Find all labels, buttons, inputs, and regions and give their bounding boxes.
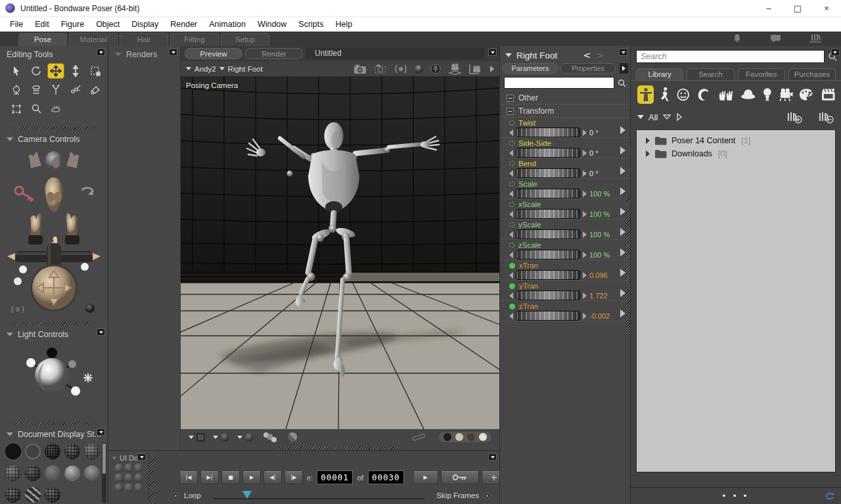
notifications-bell-icon[interactable]: [732, 33, 742, 43]
select-tool[interactable]: [8, 63, 25, 79]
keyframe-indicator-icon[interactable]: [509, 141, 514, 146]
style-texture-shaded[interactable]: [84, 465, 100, 481]
group-other[interactable]: Other: [500, 91, 630, 104]
dial-decrement[interactable]: [509, 272, 513, 279]
dial-decrement[interactable]: [509, 170, 513, 177]
parameter-dial[interactable]: [516, 189, 580, 198]
dial-increment[interactable]: [583, 191, 587, 197]
ui-dot[interactable]: [114, 473, 124, 482]
aux-camera-icon[interactable]: [468, 63, 484, 75]
dial-increment[interactable]: [583, 272, 587, 279]
collapse-triangle-icon[interactable]: [637, 115, 644, 119]
category-expressions-icon[interactable]: [676, 87, 691, 102]
style-sketch[interactable]: [25, 487, 41, 503]
ui-dot[interactable]: [134, 483, 143, 492]
dial-decrement[interactable]: [509, 129, 513, 136]
parameter-dial[interactable]: [516, 270, 580, 280]
library-search-input[interactable]: [636, 50, 825, 63]
collapse-triangle-icon[interactable]: [115, 53, 122, 57]
last-frame-button[interactable]: ▶|: [200, 471, 219, 484]
direct-manipulation-tool[interactable]: [47, 101, 64, 117]
parameter-dial[interactable]: [516, 148, 580, 158]
dial-increment[interactable]: [583, 252, 587, 258]
menu-object[interactable]: Object: [90, 17, 125, 32]
parameter-dial[interactable]: [516, 209, 580, 219]
background-color-swatch[interactable]: [455, 433, 463, 441]
keyframe-indicator-icon[interactable]: [509, 120, 514, 126]
panel-menu-button[interactable]: [137, 453, 146, 461]
category-materials-icon[interactable]: [799, 87, 814, 102]
next-actor-button[interactable]: >: [596, 50, 604, 60]
dial-decrement[interactable]: [509, 231, 513, 238]
panel-menu-button[interactable]: [169, 49, 177, 56]
tabs-flyout-button[interactable]: [620, 63, 628, 74]
collapse-triangle-icon[interactable]: [505, 53, 512, 57]
shadow-color-swatch[interactable]: [467, 433, 475, 441]
current-frame-field[interactable]: 00001: [317, 470, 353, 484]
collapse-triangle-icon[interactable]: [7, 432, 13, 436]
style-smooth-shaded[interactable]: [45, 465, 60, 481]
depth-cue-icon[interactable]: [286, 431, 298, 443]
actor-selector[interactable]: Right Foot: [219, 65, 263, 73]
rotate-gizmo-tool[interactable]: [8, 82, 25, 98]
style-wireframe[interactable]: [45, 444, 60, 459]
dial-increment[interactable]: [583, 170, 587, 177]
translate-in-out-tool[interactable]: [67, 63, 84, 79]
ui-dot[interactable]: [124, 463, 133, 472]
dial-value[interactable]: 100 %: [589, 210, 620, 218]
parameter-dial[interactable]: [516, 168, 580, 178]
category-hands-icon[interactable]: [717, 87, 734, 102]
style-silhouette[interactable]: [5, 444, 21, 459]
scale-tool[interactable]: [87, 63, 104, 79]
trackball-icon[interactable]: [414, 64, 424, 74]
filter-all-label[interactable]: All: [648, 112, 658, 122]
dial-options-arrow[interactable]: [620, 126, 625, 134]
parameter-dial[interactable]: [516, 290, 580, 300]
dial-options-arrow[interactable]: [620, 309, 625, 317]
loop-radio[interactable]: [173, 493, 179, 499]
tab-library[interactable]: Library: [636, 68, 683, 80]
panel-menu-button[interactable]: [488, 453, 497, 461]
advance-button[interactable]: ▶: [413, 471, 438, 484]
figure-style-dropdown[interactable]: [213, 433, 229, 442]
style-cartoon[interactable]: [5, 487, 21, 503]
viewport-resize-grip[interactable]: [278, 446, 403, 449]
dial-increment[interactable]: [583, 211, 587, 218]
menu-figure[interactable]: Figure: [55, 17, 90, 32]
tab-setup[interactable]: Setup: [221, 33, 269, 46]
face-camera-icon[interactable]: [430, 64, 441, 74]
dial-value[interactable]: 0.096: [589, 271, 620, 279]
parameter-dial[interactable]: [516, 229, 580, 239]
tab-properties[interactable]: Properties: [560, 63, 616, 74]
foreground-color-swatch[interactable]: [443, 433, 451, 441]
dial-value[interactable]: 100 %: [589, 251, 620, 259]
ui-dot[interactable]: [134, 473, 143, 482]
more-cameras-arrow[interactable]: [490, 66, 494, 72]
camera-controls-cluster[interactable]: ( o ): [5, 147, 103, 313]
expand-triangle-icon[interactable]: [646, 150, 650, 157]
dial-options-arrow[interactable]: [620, 208, 625, 216]
step-back-button[interactable]: ◀|: [263, 471, 282, 484]
chat-icon[interactable]: [770, 34, 781, 43]
collapse-box-icon[interactable]: [507, 108, 514, 115]
tab-render[interactable]: Render: [245, 48, 303, 59]
category-lights-icon[interactable]: [763, 87, 772, 102]
keyframe-indicator-icon[interactable]: [509, 242, 514, 248]
dial-value[interactable]: 0 °: [589, 129, 620, 137]
display-styles-scrollbar[interactable]: [102, 443, 106, 503]
dial-decrement[interactable]: [509, 252, 513, 258]
menu-file[interactable]: File: [4, 17, 29, 32]
expand-triangle-icon[interactable]: [646, 137, 650, 144]
tab-material[interactable]: Material: [69, 33, 118, 46]
group-transform[interactable]: Transform: [500, 104, 630, 118]
expand-all-right-icon[interactable]: [676, 112, 683, 122]
search-icon[interactable]: [618, 79, 626, 87]
menu-help[interactable]: Help: [330, 17, 359, 32]
rotate-tool[interactable]: [28, 63, 45, 79]
dial-options-arrow[interactable]: [620, 269, 625, 277]
menu-render[interactable]: Render: [164, 17, 203, 32]
first-frame-button[interactable]: |◀: [179, 471, 198, 484]
maximize-button[interactable]: □: [783, 0, 812, 17]
color-tool[interactable]: [87, 82, 104, 98]
collapse-triangle-icon[interactable]: [112, 457, 117, 460]
